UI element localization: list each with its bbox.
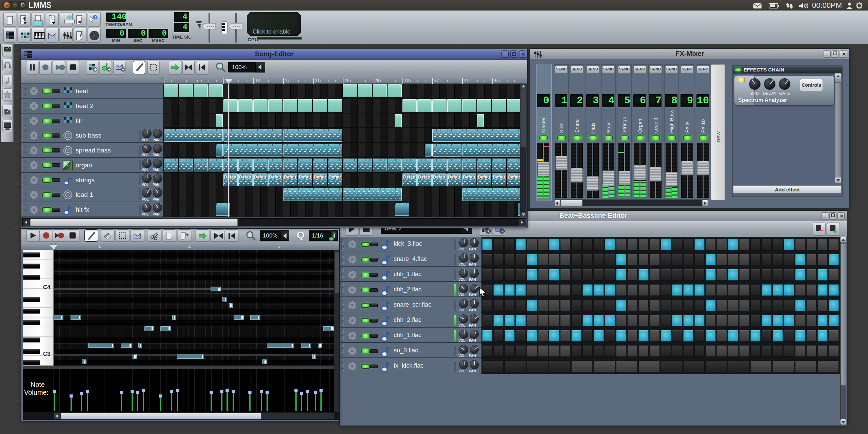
svg-text:Organ: Organ <box>637 119 643 133</box>
svg-text:Snare: Snare <box>574 119 580 133</box>
svg-text:FX 9: FX 9 <box>684 122 690 133</box>
svg-text:new: new <box>715 131 722 142</box>
svg-text:FX 10: FX 10 <box>700 119 706 133</box>
svg-text:Strings: Strings <box>622 117 627 133</box>
svg-text:High Bass: High Bass <box>669 110 674 133</box>
svg-text:Bass: Bass <box>606 122 611 133</box>
svg-text:Hats: Hats <box>590 122 596 133</box>
svg-text:Master: Master <box>540 117 546 133</box>
svg-text:?: ? <box>94 16 97 20</box>
svg-text:Kick: Kick <box>558 123 564 133</box>
svg-text:Lead 1: Lead 1 <box>653 117 658 133</box>
